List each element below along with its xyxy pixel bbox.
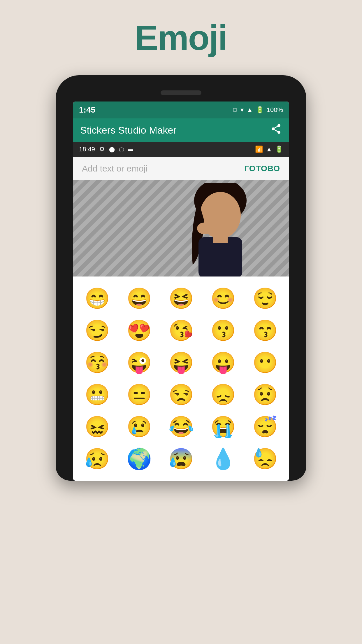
second-battery-icon: 🔋 — [275, 146, 283, 153]
phone-top — [73, 84, 289, 102]
circle-empty-icon: ◯ — [119, 147, 124, 152]
status-icons: ⊖ ▾ ▲ 🔋 100% — [232, 106, 283, 114]
phone-speaker — [161, 90, 201, 95]
emoji-item[interactable]: 😂 — [163, 414, 199, 440]
image-area — [73, 180, 289, 276]
app-bar: Stickers Studio Maker — [73, 118, 289, 142]
emoji-item[interactable]: 😴 — [247, 414, 283, 440]
svg-rect-2 — [198, 237, 242, 276]
emoji-item[interactable]: 😖 — [79, 414, 115, 440]
phone-wrapper: 1:45 ⊖ ▾ ▲ 🔋 100% Stickers Studio Maker — [56, 75, 306, 481]
emoji-item[interactable]: 😙 — [247, 317, 283, 344]
emoji-item[interactable]: 😥 — [79, 446, 115, 472]
status-bar-second: 18:49 ⚙ ⬤ ◯ ▬ 📶 ▲ 🔋 — [73, 142, 289, 157]
emoji-item[interactable]: 🌍 — [121, 446, 157, 472]
emoji-item[interactable]: 😘 — [163, 317, 199, 344]
emoji-item[interactable]: 😗 — [205, 317, 241, 344]
emoji-item[interactable]: 😄 — [121, 285, 157, 312]
second-signal-icon: ▲ — [266, 146, 272, 153]
emoji-item[interactable]: 😞 — [205, 382, 241, 408]
done-button[interactable]: ГОТОВО — [244, 164, 280, 173]
status-bar-top: 1:45 ⊖ ▾ ▲ 🔋 100% — [73, 102, 289, 118]
text-input-bar[interactable]: Add text or emoji ГОТОВО — [73, 157, 289, 180]
battery-percentage: 100% — [267, 106, 283, 114]
emoji-item[interactable]: 😑 — [121, 382, 157, 408]
emoji-item[interactable]: 😝 — [163, 349, 199, 376]
emoji-item[interactable]: 😟 — [247, 382, 283, 408]
emoji-item[interactable]: 😆 — [163, 285, 199, 312]
emoji-item[interactable]: 💧 — [205, 446, 241, 472]
status-left: 18:49 ⚙ ⬤ ◯ ▬ — [79, 146, 133, 153]
emoji-item[interactable]: 😬 — [79, 382, 115, 408]
emoji-item[interactable]: 😁 — [79, 285, 115, 312]
settings-icon: ⚙ — [99, 146, 105, 153]
person-image — [169, 183, 271, 276]
emoji-item[interactable]: 😒 — [163, 382, 199, 408]
emoji-item[interactable]: 😓 — [247, 446, 283, 472]
emoji-item[interactable]: 😰 — [163, 446, 199, 472]
battery-icon: 🔋 — [256, 106, 264, 114]
second-time: 18:49 — [79, 146, 95, 153]
emoji-item[interactable]: 😍 — [121, 317, 157, 344]
page-title: Emoji — [135, 18, 227, 58]
status-right: 📶 ▲ 🔋 — [255, 146, 283, 153]
minus-circle-icon: ⊖ — [232, 106, 238, 114]
app-bar-title: Stickers Studio Maker — [80, 125, 177, 136]
emoji-item[interactable]: 😶 — [247, 349, 283, 376]
svg-rect-3 — [213, 234, 228, 243]
text-placeholder: Add text or emoji — [82, 164, 147, 174]
circle-filled-icon: ⬤ — [109, 146, 115, 153]
emoji-item[interactable]: 😚 — [79, 349, 115, 376]
emoji-grid: 😁😄😆😊😌😏😍😘😗😙😚😜😝😛😶😬😑😒😞😟😖😢😂😭😴😥🌍😰💧😓 — [73, 276, 289, 481]
emoji-item[interactable]: 😏 — [79, 317, 115, 344]
share-icon[interactable] — [270, 123, 282, 137]
emoji-item[interactable]: 😛 — [205, 349, 241, 376]
phone-shell: 1:45 ⊖ ▾ ▲ 🔋 100% Stickers Studio Maker — [56, 75, 306, 481]
emoji-item[interactable]: 😭 — [205, 414, 241, 440]
emoji-item[interactable]: 😌 — [247, 285, 283, 312]
wifi-icon: ▾ — [240, 106, 244, 114]
emoji-item[interactable]: 😢 — [121, 414, 157, 440]
svg-point-4 — [197, 223, 212, 234]
menu-icon: ▬ — [128, 147, 133, 152]
status-time: 1:45 — [79, 105, 95, 115]
phone-screen: 1:45 ⊖ ▾ ▲ 🔋 100% Stickers Studio Maker — [73, 102, 289, 481]
signal-icon: ▲ — [247, 106, 253, 114]
second-wifi-icon: 📶 — [255, 146, 263, 153]
emoji-item[interactable]: 😊 — [205, 285, 241, 312]
emoji-item[interactable]: 😜 — [121, 349, 157, 376]
